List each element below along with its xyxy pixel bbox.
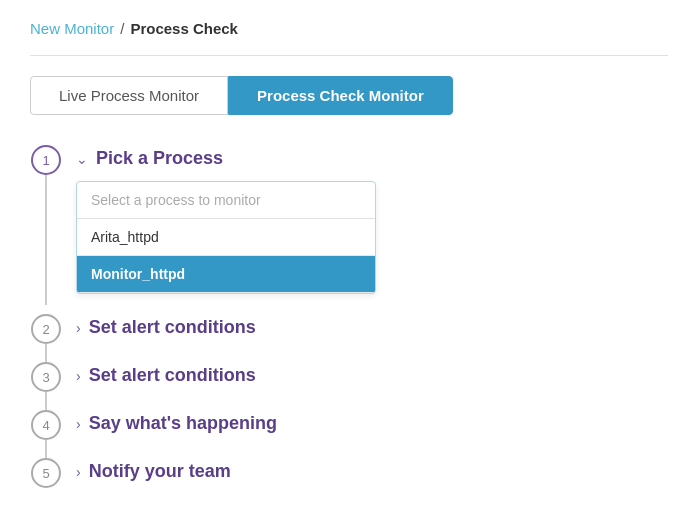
step-3-connector-line (45, 392, 47, 410)
step-2-connector-line (45, 344, 47, 362)
dropdown-option-1[interactable]: Monitor_httpd (77, 256, 375, 293)
step-3-header[interactable]: › Set alert conditions (76, 365, 668, 386)
step-2: 2 › Set alert conditions (30, 314, 668, 362)
dropdown-placeholder: Select a process to monitor (77, 182, 375, 219)
step-5-circle: 5 (31, 458, 61, 488)
step-1-content: ⌄ Pick a Process Select a process to mon… (76, 145, 668, 314)
step-2-header[interactable]: › Set alert conditions (76, 317, 668, 338)
step-5-title: Notify your team (89, 461, 231, 482)
steps-container: 1 ⌄ Pick a Process Select a process to m… (30, 145, 668, 502)
step-2-circle: 2 (31, 314, 61, 344)
step-2-content: › Set alert conditions (76, 314, 668, 358)
step-2-left: 2 (30, 314, 62, 362)
chevron-right-icon-3: › (76, 368, 81, 384)
breadcrumb-current: Process Check (130, 20, 238, 37)
step-3-circle: 3 (31, 362, 61, 392)
chevron-right-icon-2: › (76, 320, 81, 336)
step-4-title: Say what's happening (89, 413, 277, 434)
process-dropdown[interactable]: Select a process to monitor Arita_httpd … (76, 181, 376, 294)
chevron-right-icon-5: › (76, 464, 81, 480)
step-5-left: 5 (30, 458, 62, 488)
chevron-right-icon-4: › (76, 416, 81, 432)
tab-process-check-monitor[interactable]: Process Check Monitor (228, 76, 453, 115)
step-4-connector-line (45, 440, 47, 458)
step-3-left: 3 (30, 362, 62, 410)
step-2-title: Set alert conditions (89, 317, 256, 338)
step-1-connector-line (45, 175, 47, 305)
breadcrumb-separator: / (120, 20, 124, 37)
header-divider (30, 55, 668, 56)
step-4-left: 4 (30, 410, 62, 458)
step-3-content: › Set alert conditions (76, 362, 668, 406)
step-1-left: 1 (30, 145, 62, 305)
step-4-content: › Say what's happening (76, 410, 668, 454)
step-1-title: Pick a Process (96, 148, 223, 169)
step-5: 5 › Notify your team (30, 458, 668, 502)
tab-bar: Live Process Monitor Process Check Monit… (30, 76, 668, 115)
step-1-circle: 1 (31, 145, 61, 175)
dropdown-option-0[interactable]: Arita_httpd (77, 219, 375, 256)
tab-live-process-monitor[interactable]: Live Process Monitor (30, 76, 228, 115)
breadcrumb-link[interactable]: New Monitor (30, 20, 114, 37)
step-1: 1 ⌄ Pick a Process Select a process to m… (30, 145, 668, 314)
step-4: 4 › Say what's happening (30, 410, 668, 458)
step-4-header[interactable]: › Say what's happening (76, 413, 668, 434)
breadcrumb: New Monitor / Process Check (30, 20, 668, 37)
step-3-title: Set alert conditions (89, 365, 256, 386)
step-1-header[interactable]: ⌄ Pick a Process (76, 148, 668, 169)
step-5-header[interactable]: › Notify your team (76, 461, 668, 482)
chevron-down-icon: ⌄ (76, 151, 88, 167)
step-5-content: › Notify your team (76, 458, 668, 502)
step-4-circle: 4 (31, 410, 61, 440)
step-3: 3 › Set alert conditions (30, 362, 668, 410)
